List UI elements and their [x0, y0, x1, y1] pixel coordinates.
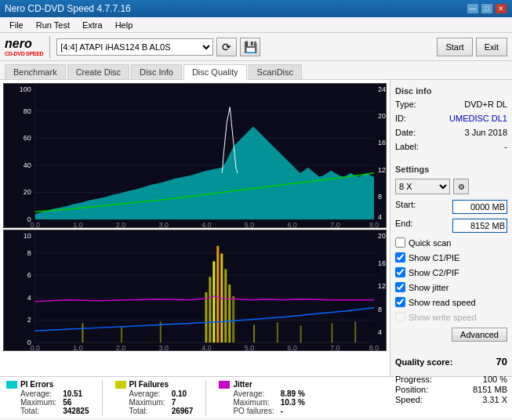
minimize-button[interactable]: —	[467, 3, 479, 14]
svg-text:6.0: 6.0	[288, 344, 297, 350]
jitter-avg-value: 8.89 %	[281, 389, 305, 398]
svg-text:4: 4	[378, 328, 382, 336]
quality-score-row: Quality score: 70	[395, 356, 507, 368]
start-input[interactable]	[452, 200, 507, 214]
svg-text:80: 80	[24, 107, 31, 115]
legend-pi-errors: PI Errors Average: 10.51 Maximum: 56 Tot…	[6, 380, 89, 415]
save-icon-button[interactable]: 💾	[240, 38, 260, 56]
progress-label: Progress:	[395, 375, 432, 384]
show-jitter-checkbox[interactable]	[395, 282, 405, 292]
disc-type-value: DVD+R DL	[464, 100, 507, 109]
pi-errors-avg-value: 10.51	[63, 389, 89, 398]
start-row: Start:	[395, 200, 507, 214]
logo-nero: nero	[5, 37, 32, 51]
drive-select[interactable]: [4:4] ATAPI iHAS124 B AL0S	[56, 38, 213, 56]
app-logo: nero CD-DVD SPEED	[5, 37, 43, 56]
svg-text:5.0: 5.0	[245, 221, 254, 227]
svg-text:8: 8	[378, 193, 382, 201]
pi-failures-max-label: Maximum:	[129, 398, 165, 407]
svg-rect-55	[121, 327, 122, 342]
disc-id-label: ID:	[395, 114, 406, 123]
disc-label-value: -	[504, 142, 507, 151]
titlebar-controls: — □ ✕	[467, 3, 507, 14]
chart-area: 0 20 40 60 80 100 24 20 16 12 8 4	[0, 80, 390, 376]
jitter-po-value: -	[281, 407, 305, 415]
show-write-speed-label: Show write speed	[409, 313, 477, 322]
svg-rect-61	[354, 321, 356, 342]
pi-errors-max-label: Maximum:	[20, 398, 56, 407]
position-row: Position: 8151 MB	[395, 385, 507, 394]
svg-text:20: 20	[24, 188, 31, 196]
svg-text:6: 6	[27, 271, 31, 279]
legend-jitter: Jitter Average: 8.89 % Maximum: 10.3 % P…	[219, 380, 304, 415]
jitter-color	[219, 381, 230, 389]
svg-rect-47	[209, 277, 211, 342]
menu-extra[interactable]: Extra	[76, 19, 109, 31]
end-input[interactable]	[452, 219, 507, 233]
jitter-avg-label: Average:	[233, 389, 274, 398]
logo-subtitle: CD-DVD SPEED	[5, 51, 43, 56]
menubar: File Run Test Extra Help	[0, 17, 512, 33]
svg-text:24: 24	[378, 85, 386, 93]
pi-errors-data: Average: 10.51 Maximum: 56 Total: 342825	[20, 389, 89, 415]
show-c1-checkbox[interactable]	[395, 252, 405, 262]
show-jitter-label: Show jitter	[409, 283, 448, 292]
menu-help[interactable]: Help	[109, 19, 140, 31]
settings-icon-button[interactable]: ⚙	[453, 179, 469, 194]
refresh-icon-button[interactable]: ⟳	[216, 38, 237, 56]
maximize-button[interactable]: □	[481, 3, 493, 14]
legend-divider2	[205, 380, 206, 415]
speed-row: Speed: 3.31 X	[395, 395, 507, 404]
svg-rect-49	[216, 246, 219, 342]
svg-text:3.0: 3.0	[159, 344, 169, 350]
pi-errors-color	[6, 381, 17, 389]
svg-rect-59	[300, 325, 302, 342]
show-write-speed-checkbox[interactable]	[395, 312, 405, 322]
svg-text:20: 20	[378, 112, 386, 120]
disc-type-row: Type: DVD+R DL	[395, 100, 507, 109]
menu-run-test[interactable]: Run Test	[30, 19, 76, 31]
svg-text:4: 4	[378, 213, 382, 221]
svg-text:5.0: 5.0	[245, 344, 254, 350]
tab-disc-quality[interactable]: Disc Quality	[183, 64, 247, 80]
svg-rect-53	[232, 296, 234, 342]
progress-row: Progress: 100 %	[395, 375, 507, 384]
show-c2-checkbox[interactable]	[395, 267, 405, 277]
svg-text:8: 8	[378, 306, 382, 313]
advanced-button[interactable]: Advanced	[452, 328, 507, 342]
quality-score-label: Quality score:	[395, 357, 452, 367]
tab-benchmark[interactable]: Benchmark	[5, 64, 66, 79]
jitter-po-label: PO failures:	[233, 407, 274, 415]
svg-text:20: 20	[378, 232, 386, 240]
exit-button[interactable]: Exit	[476, 38, 507, 56]
svg-text:0.0: 0.0	[31, 344, 40, 350]
tab-create-disc[interactable]: Create Disc	[67, 64, 129, 79]
svg-text:16: 16	[378, 139, 386, 147]
start-button[interactable]: Start	[437, 38, 472, 56]
app-title: Nero CD-DVD Speed 4.7.7.16	[5, 3, 131, 14]
svg-text:0.0: 0.0	[31, 221, 40, 227]
disc-date-label: Date:	[395, 128, 416, 137]
quick-scan-label: Quick scan	[409, 238, 451, 248]
tab-scandisc[interactable]: ScanDisc	[249, 64, 302, 79]
tab-disc-info[interactable]: Disc Info	[131, 64, 182, 79]
close-button[interactable]: ✕	[495, 3, 507, 14]
svg-text:1.0: 1.0	[73, 221, 82, 227]
disc-label-row: Label: -	[395, 142, 507, 151]
pi-errors-header: PI Errors	[6, 380, 89, 389]
show-read-speed-checkbox[interactable]	[395, 297, 405, 307]
svg-rect-57	[253, 324, 255, 342]
pi-errors-avg-label: Average:	[20, 389, 56, 398]
menu-file[interactable]: File	[3, 19, 30, 31]
quick-scan-checkbox[interactable]	[395, 237, 405, 248]
pi-failures-total-label: Total:	[129, 407, 165, 415]
svg-text:16: 16	[378, 259, 386, 267]
show-read-speed-label: Show read speed	[409, 298, 476, 307]
disc-date-row: Date: 3 Jun 2018	[395, 128, 507, 137]
svg-text:60: 60	[24, 134, 31, 142]
jitter-data: Average: 8.89 % Maximum: 10.3 % PO failu…	[233, 389, 304, 415]
disc-type-label: Type:	[395, 100, 416, 109]
progress-value: 100 %	[483, 375, 507, 384]
speed-select[interactable]: 8 X	[395, 179, 450, 194]
progress-section: Progress: 100 % Position: 8151 MB Speed:…	[395, 374, 507, 405]
